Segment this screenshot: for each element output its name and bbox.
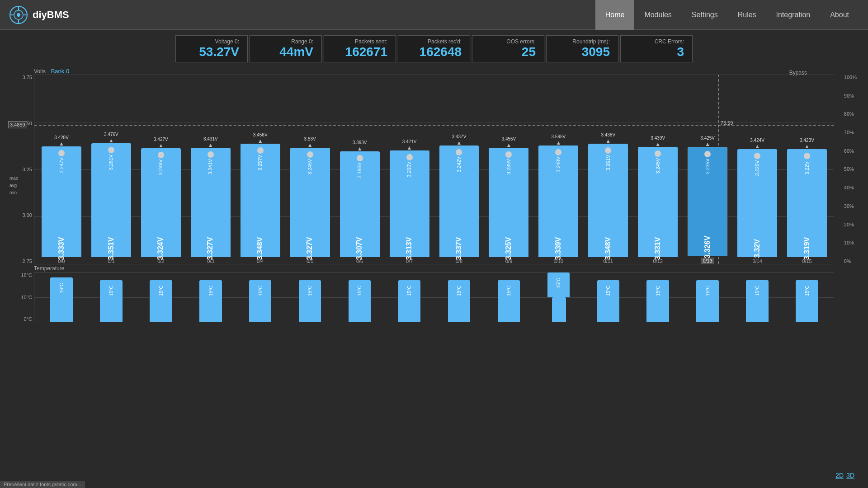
bar-arrow-up: ▲: [506, 142, 511, 148]
bar-fill: 3.261V 3.351V: [91, 143, 131, 257]
bar-main-val: 3.307V: [356, 237, 364, 260]
bar-group[interactable]: 3.438V ▲ 3.261V 3.348V 0/11: [583, 75, 633, 264]
bar-arrow-up: ▲: [208, 142, 213, 148]
bar-max-label: 3.598V: [551, 134, 566, 139]
bar-main-val: 3.337V: [455, 237, 463, 260]
bar-fill: 3.247V 3.333V: [42, 146, 81, 257]
temp-bar-group: 15°C: [86, 272, 136, 322]
2d-button[interactable]: 2D: [835, 472, 844, 479]
bar-max-label: 3.437V: [452, 134, 467, 139]
bar-dot: [456, 149, 462, 155]
bar-dot: [605, 147, 611, 154]
stat-value: 44mV: [258, 45, 313, 59]
bar-group[interactable]: 3.425V ▲ 3.235V 3.326V 0/13: [683, 75, 732, 264]
bar-group[interactable]: 3.439V ▲ 3.245V 3.331V 0/12: [633, 75, 683, 264]
nav-link-rules[interactable]: Rules: [728, 0, 766, 30]
temp-bar-fill: 15°C: [349, 280, 371, 322]
bar-arrow-up: ▲: [755, 144, 760, 149]
bar-group[interactable]: 3.393V ▲ 3.195V 3.307V 0/6: [335, 75, 385, 264]
bar-max-label: 3.53V: [304, 136, 316, 141]
temp-bars-container: 16°C 15°C 15°C 15°C 15°C 15°C 15°C 15°C …: [34, 272, 834, 322]
logo-icon: [9, 5, 28, 24]
temp-bar-val: 15°C: [208, 286, 213, 296]
temp-label: Temperature: [9, 265, 859, 272]
stat-value: 3095: [555, 45, 610, 59]
bar-fill: 3.239V 3.325V: [489, 148, 528, 257]
bar-main-val: 3.324V: [157, 237, 165, 260]
bar-max-label: 3.425V: [700, 136, 715, 141]
bar-fill: 3.245V 3.327V: [290, 148, 330, 257]
nav-link-integration[interactable]: Integration: [766, 0, 821, 30]
bar-fill: 3.248V 3.339V: [538, 145, 578, 257]
bar-group[interactable]: 3.598V ▲ 3.248V 3.339V 0/10: [533, 75, 583, 264]
bar-max-label: 3.438V: [601, 132, 615, 137]
bar-max-label: 3.421V: [402, 139, 417, 144]
volts-label: Volts: [34, 68, 46, 75]
temp-bar-fill: 15°C: [398, 280, 420, 322]
bar-arrow-up: ▲: [357, 146, 363, 151]
bar-fill: 3.245V 3.331V: [638, 147, 678, 257]
bar-group[interactable]: 3.428V ▲ 3.247V 3.333V 0/0: [37, 75, 86, 264]
temp-bar-group: 15°C: [136, 272, 186, 322]
temp-bar-fill: 15°C: [746, 280, 768, 322]
nav-link-about[interactable]: About: [820, 0, 859, 30]
bar-group[interactable]: 3.476V ▲ 3.261V 3.351V 0/1: [86, 75, 136, 264]
bar-fill: 3.225V 3.32V: [737, 149, 777, 257]
stat-box: Packets sent: 162671: [324, 35, 396, 62]
temp-bar-fill: 15°C: [100, 280, 122, 322]
bar-fill: 3.205V 3.313V: [390, 150, 429, 257]
temp-bar-fill: 15°C: [249, 280, 271, 322]
bar-dot: [804, 153, 810, 159]
bar-dot: [108, 147, 114, 153]
bar-arrow-up: ▲: [258, 138, 263, 144]
bar-fill: 3.195V 3.307V: [340, 151, 380, 257]
bar-avg-val: 3.257V: [258, 155, 263, 171]
bar-avg-val: 3.205V: [407, 162, 412, 178]
temp-bar-group: 15°C: [335, 272, 385, 322]
bar-main-val: 3.348V: [604, 237, 612, 260]
bar-group[interactable]: 3.455V ▲ 3.239V 3.325V 0/9: [484, 75, 533, 264]
bar-max-label: 3.455V: [502, 136, 516, 141]
3d-button[interactable]: 3D: [846, 472, 854, 479]
bar-group[interactable]: 3.427V ▲ 3.246V 3.324V 0/2: [136, 75, 186, 264]
bar-avg-val: 3.22V: [804, 162, 810, 175]
bar-dot: [754, 153, 760, 159]
app-title: diyBMS: [33, 9, 69, 21]
voltage-chart-section: Volts Bank 0 Bypass 3.75 3.50 3.25 3.00 …: [0, 68, 868, 264]
nav-link-home[interactable]: Home: [595, 0, 635, 30]
bar-fill: 3.246V 3.324V: [141, 148, 181, 257]
bar-avg-val: 3.246V: [158, 160, 164, 175]
bar-group[interactable]: 3.53V ▲ 3.245V 3.327V 0/5: [285, 75, 335, 264]
bar-group[interactable]: 3.424V ▲ 3.225V 3.32V 0/14: [732, 75, 782, 264]
temp-bar-fill: 15°C: [547, 272, 570, 297]
bar-main-val: 3.327V: [207, 237, 215, 260]
bar-avg-val: 3.235V: [705, 159, 710, 174]
nav-link-settings[interactable]: Settings: [682, 0, 728, 30]
nav-link-modules[interactable]: Modules: [634, 0, 681, 30]
bar-group[interactable]: 3.423V ▲ 3.22V 3.319V 0/15: [782, 75, 832, 264]
stat-value: 53.27V: [184, 45, 239, 59]
temp-bar-val: 15°C: [108, 286, 113, 296]
stat-value: 3: [629, 45, 684, 59]
bar-fill: 3.22V 3.319V: [787, 149, 827, 257]
stat-box: OOS errors: 25: [472, 35, 544, 62]
bar-group[interactable]: 3.421V ▲ 3.205V 3.313V 0/7: [385, 75, 434, 264]
temp-bar-group: 15°C: [236, 272, 285, 322]
temp-bar-group: 16°C: [37, 272, 86, 322]
bar-fill: 3.257V 3.348V: [241, 144, 280, 257]
bar-dot: [357, 155, 363, 161]
bar-group[interactable]: 3.456V ▲ 3.257V 3.348V 0/4: [236, 75, 285, 264]
bar-dot: [406, 154, 413, 160]
stat-label: Packets sent:: [332, 38, 387, 45]
bar-group[interactable]: 3.431V ▲ 3.241V 3.327V 0/3: [186, 75, 236, 264]
bar-main-val: 3.32V: [753, 239, 761, 258]
temp-bar-fill: 15°C: [150, 280, 172, 322]
temp-bar-group: 15°C: [683, 272, 732, 322]
bar-x-label: 0/14: [752, 258, 762, 264]
bar-group[interactable]: 3.437V ▲ 3.242V 3.337V 0/8: [434, 75, 484, 264]
bar-arrow-up: ▲: [407, 145, 412, 150]
stat-label: Voltage 0:: [184, 38, 239, 45]
temp-section: Temperature 18°C 10°C 0°C 16°C 15°C 15°C…: [0, 265, 868, 322]
bar-main-val: 3.348V: [256, 237, 264, 260]
bar-arrow-up: ▲: [59, 141, 64, 146]
